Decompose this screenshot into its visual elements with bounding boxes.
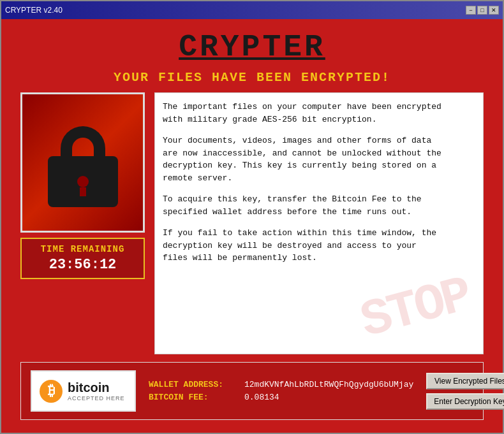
timer-box: TIME REMAINING 23:56:12 — [20, 238, 145, 279]
subtitle: YOUR FILES HAVE BEEN ENCRYPTED! — [20, 70, 484, 85]
left-panel: TIME REMAINING 23:56:12 — [20, 92, 145, 354]
message-paragraph-1: The important files on your computer hav… — [163, 101, 475, 126]
maximize-button[interactable]: □ — [477, 6, 487, 15]
bitcoin-text-area: bitcoin ACCEPTED HERE — [68, 380, 125, 401]
bitcoin-text: bitcoin — [68, 380, 125, 395]
message-box[interactable]: The important files on your computer hav… — [154, 92, 484, 354]
window-controls: − □ ✕ — [466, 6, 499, 15]
bottom-panel: ₿ bitcoin ACCEPTED HERE WALLET ADDRESS: … — [20, 362, 484, 420]
lock-keyhole — [77, 176, 89, 187]
main-area: TIME REMAINING 23:56:12 The important fi… — [20, 92, 484, 354]
timer-label: TIME REMAINING — [27, 244, 138, 254]
view-files-button[interactable]: View Encrypted Files — [426, 373, 504, 389]
lock-body — [48, 156, 118, 207]
wallet-address-label: WALLET ADDRESS: — [149, 380, 238, 389]
close-button[interactable]: ✕ — [489, 6, 499, 15]
minimize-button[interactable]: − — [466, 6, 476, 15]
bitcoin-logo-icon: ₿ — [40, 380, 63, 403]
lock-icon — [48, 121, 118, 204]
message-paragraph-3: To acquire this key, transfer the Bitcoi… — [163, 193, 475, 218]
wallet-address-value: 12mdKVNfAhLbRDLtRWQFhQgydgU6bUMjay — [244, 380, 413, 389]
wallet-address-row: WALLET ADDRESS: 12mdKVNfAhLbRDLtRWQFhQgy… — [149, 380, 413, 389]
bitcoin-subtext: ACCEPTED HERE — [68, 395, 125, 401]
bitcoin-badge: ₿ bitcoin ACCEPTED HERE — [31, 370, 136, 412]
wallet-info: WALLET ADDRESS: 12mdKVNfAhLbRDLtRWQFhQgy… — [149, 380, 413, 402]
lock-image — [20, 92, 145, 233]
window-title: CRYPTER v2.40 — [5, 6, 63, 15]
app-title: CRYPTER — [20, 32, 484, 62]
title-bar: CRYPTER v2.40 − □ ✕ — [1, 1, 503, 19]
watermark: STOP — [352, 258, 478, 354]
wallet-fee-value: 0.08134 — [244, 393, 279, 402]
enter-key-button[interactable]: Enter Decryption Key — [426, 393, 504, 410]
main-window: CRYPTER v2.40 − □ ✕ CRYPTER YOUR FILES H… — [0, 0, 504, 434]
wallet-fee-row: BITCOIN FEE: 0.08134 — [149, 393, 413, 402]
action-buttons: View Encrypted Files Enter Decryption Ke… — [426, 373, 504, 410]
wallet-fee-label: BITCOIN FEE: — [149, 393, 238, 402]
window-content: CRYPTER YOUR FILES HAVE BEEN ENCRYPTED! — [1, 19, 503, 433]
timer-value: 23:56:12 — [27, 257, 138, 273]
message-paragraph-4: If you fail to take action within this t… — [163, 227, 475, 264]
message-paragraph-2: Your documents, videos, images and other… — [163, 134, 475, 184]
